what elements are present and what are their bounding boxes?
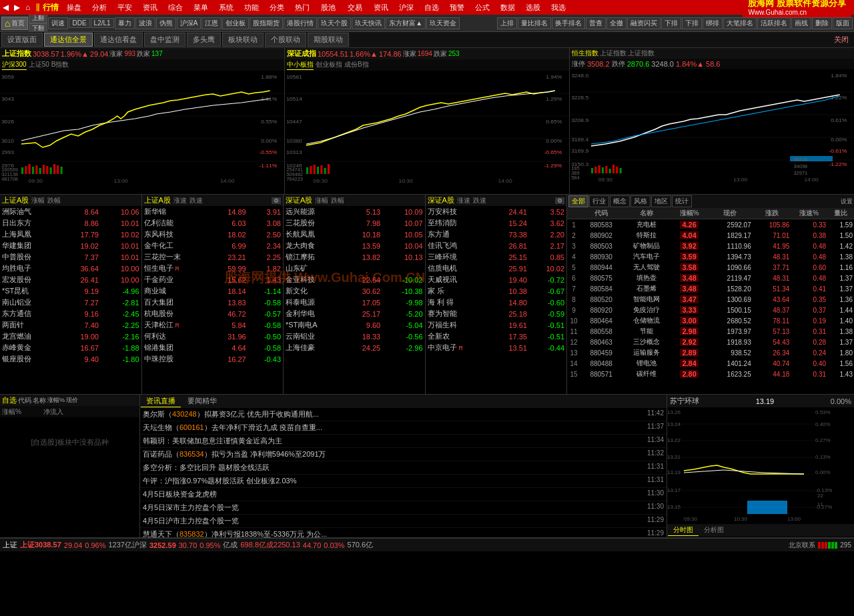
ganggu-btn[interactable]: 港股行情 <box>284 17 317 29</box>
menu-zixuan[interactable]: 自选 <box>422 2 442 13</box>
sector-row[interactable]: 10 880464 仓储物流 3.00 2680.52 78.11 0.19 1… <box>567 315 854 326</box>
home-btn[interactable]: ⌂ 首页 <box>1 17 28 30</box>
list-item[interactable]: 锁江摩拓 13.82 10.13 <box>284 251 425 263</box>
dde-btn[interactable]: DDE <box>69 18 89 28</box>
sector-tab-region[interactable]: 地区 <box>651 195 671 207</box>
tab-geguliandong[interactable]: 个股联动 <box>265 33 306 47</box>
huaxian-btn[interactable]: 画线 <box>791 17 811 29</box>
list-item[interactable]: 南山铝业 7.27 -2.81 <box>0 297 141 308</box>
list-item[interactable]: 两面针 7.40 -2.25 <box>0 319 141 331</box>
news-item[interactable]: 4月5日板块资金龙虎榜 11:30 <box>140 488 667 501</box>
sz-tab-b[interactable]: 成份B指 <box>344 60 369 70</box>
list-item[interactable]: 中京电子 R 13.51 -0.44 <box>426 342 567 353</box>
liangbi-btn[interactable]: 量比排名 <box>518 17 551 29</box>
list-item[interactable]: 龙宫燃油 19.00 -2.16 <box>0 331 141 342</box>
tab-duotoying[interactable]: 多头鹰 <box>187 33 221 47</box>
menu-fenlei[interactable]: 分类 <box>267 2 287 13</box>
training-btn[interactable]: 训速 <box>48 17 68 29</box>
tab-shezhimianban[interactable]: 设置版面 <box>1 33 43 47</box>
sector-row[interactable]: 7 880584 石墨烯 3.48 1528.20 51.34 0.41 1.3… <box>567 283 854 294</box>
sector-tab-industry[interactable]: 行业 <box>589 195 609 207</box>
pucha-btn[interactable]: 普查 <box>586 17 606 29</box>
menu-zixun2[interactable]: 资讯 <box>371 2 391 13</box>
menu-woxuan[interactable]: 我选 <box>548 2 568 13</box>
sz-chart-title[interactable]: 深证成指 <box>287 49 316 59</box>
list-item[interactable]: 中珠控股 16.27 -0.43 <box>142 353 284 365</box>
menu-zonghe[interactable]: 综合 <box>165 2 185 13</box>
sh-chart-title[interactable]: 上证指数 <box>2 49 31 59</box>
sector-row[interactable]: 11 880558 节能 2.98 1973.97 57.13 0.31 1.3… <box>567 326 854 337</box>
list-item[interactable]: 东风科技 18.02 2.50 <box>142 229 284 240</box>
tab-tongdaxinkanpan[interactable]: 通达信看盘 <box>94 33 143 47</box>
news-item[interactable]: 4月5日深市主力控盘个股一览 11:30 <box>140 501 667 515</box>
list-item[interactable]: 杭电股份 46.72 -0.57 <box>142 308 284 319</box>
menu-pingan[interactable]: 平安 <box>115 2 135 13</box>
weixiong-btn[interactable]: 伪熊 <box>156 17 176 29</box>
nav-back-icon[interactable]: ◀ <box>3 3 9 12</box>
menu-zixun[interactable]: 资讯 <box>140 2 160 13</box>
sh-tab-300[interactable]: 沪深300 <box>2 60 27 70</box>
sz-tab-mid[interactable]: 中小板指 <box>287 60 314 70</box>
menu-jiaoyi[interactable]: 交易 <box>344 2 366 13</box>
list-item[interactable]: 新华锦 14.89 3.91 <box>142 206 284 217</box>
sector-tab-stats[interactable]: 统计 <box>672 195 692 207</box>
shangzeng-btn[interactable]: 沪深A <box>177 17 201 29</box>
sh-tab-b[interactable]: B指数 <box>51 60 69 70</box>
menu-caoban[interactable]: 操盘 <box>64 2 84 13</box>
xiapai-btn[interactable]: 下排 <box>661 17 681 29</box>
sector-tab-style[interactable]: 风格 <box>630 195 651 207</box>
jiangye-btn[interactable]: 江恩 <box>201 17 222 29</box>
list-item[interactable]: 赛为智能 25.18 -0.59 <box>426 308 567 319</box>
tab-panzhoujiance[interactable]: 盘中监测 <box>144 33 185 47</box>
list-item[interactable]: *ST南电A 9.60 -5.04 <box>284 319 425 331</box>
list-item[interactable]: 上海佳豪 24.25 -2.96 <box>284 342 425 353</box>
news-item[interactable]: 4月5日沪市主力控盘个股一览 11:29 <box>140 515 667 528</box>
mini-tab-analysis[interactable]: 分析图 <box>699 525 729 536</box>
list-item[interactable]: 万福生科 19.61 -0.51 <box>426 319 567 331</box>
list-item[interactable]: 佳讯飞鸿 26.81 2.17 <box>426 240 567 251</box>
dabi-btn[interactable]: 大笔排名 <box>723 17 757 29</box>
list-item[interactable]: 三花股份 7.98 10.07 <box>284 217 425 229</box>
shanchu-btn[interactable]: 删除 <box>812 17 832 29</box>
list-item[interactable]: 洲际油气 8.64 10.06 <box>0 206 141 217</box>
sector-row[interactable]: 8 880520 智能电网 3.47 1300.69 43.64 0.35 1.… <box>567 294 854 305</box>
menu-guchi[interactable]: 股池 <box>318 2 339 13</box>
menu-hushen[interactable]: 沪深 <box>396 2 416 13</box>
nav-home-icon[interactable]: ⌂ <box>25 3 30 12</box>
list-item[interactable]: 天津松江 R 5.84 -0.58 <box>142 319 284 331</box>
sector-tab-concept[interactable]: 概念 <box>610 195 630 207</box>
list-item[interactable]: 日出东方 8.86 10.01 <box>0 217 141 229</box>
news-item[interactable]: 多空分析：多空比回升 题材股全线活跃 11:31 <box>140 461 667 475</box>
news-tab-live[interactable]: 资讯直播 <box>141 395 181 407</box>
list-item[interactable]: 金亚科技 22.64 -10.02 <box>284 274 425 285</box>
chuangye-btn[interactable]: 创业板 <box>222 17 249 29</box>
tab-bankuailiandong[interactable]: 板块联动 <box>222 33 264 47</box>
list-item[interactable]: 三花控一末 23.21 2.25 <box>142 251 284 263</box>
list-item[interactable]: 海 利 得 14.80 -0.60 <box>426 297 567 308</box>
tab-tongdaxinquanjing[interactable]: 通达信全景 <box>44 33 93 47</box>
down-btn[interactable]: 下翻 <box>29 23 47 33</box>
banmian-btn[interactable]: 版面 <box>833 17 853 29</box>
list-item[interactable]: 华建集团 19.02 10.01 <box>0 240 141 251</box>
list-item[interactable]: 科泰电源 17.05 -9.98 <box>284 297 425 308</box>
menu-gongneng[interactable]: 功能 <box>242 2 262 13</box>
jiutian-btn[interactable]: 玖天个股 <box>318 17 351 29</box>
menu-yujing[interactable]: 预警 <box>447 2 467 13</box>
news-item[interactable]: 百诺药品（836534）拟亏为当盈 净利增5946%至2091万 11:32 <box>140 448 667 461</box>
list-item[interactable]: 锦港集团 4.64 -0.58 <box>142 342 284 353</box>
bang-pai-btn[interactable]: 绑排 <box>703 17 723 29</box>
shangpai-btn[interactable]: 上排 <box>497 17 517 29</box>
sza2-settings[interactable]: ⚙ <box>555 197 564 204</box>
list-item[interactable]: 金牛化工 6.99 2.34 <box>142 240 284 251</box>
list-item[interactable]: 信质电机 25.91 10.02 <box>426 263 567 274</box>
huanshou-btn[interactable]: 换手排名 <box>552 17 585 29</box>
news-item[interactable]: 韩颖玥：美联储加息意注谨慎黄金近高为主 11:34 <box>140 435 667 448</box>
news-item[interactable]: 慧通天下（835832）净利亏报1838%至-5336万元 为公... 11:2… <box>140 528 667 537</box>
list-item[interactable]: 亿利洁能 6.03 3.08 <box>142 217 284 229</box>
sector-row[interactable]: 15 880571 碳纤维 2.80 1623.25 44.18 0.31 1.… <box>567 369 854 379</box>
shm-tab-sh2[interactable]: 上证指数 <box>628 49 655 58</box>
list-item[interactable]: 均胜电子 36.64 10.00 <box>0 263 141 274</box>
shm-tab-sh[interactable]: 上证指数 <box>600 49 626 58</box>
xia-pai-btn[interactable]: 下排 <box>682 17 702 29</box>
list-item[interactable]: 上海凤凰 17.79 10.02 <box>0 229 141 240</box>
